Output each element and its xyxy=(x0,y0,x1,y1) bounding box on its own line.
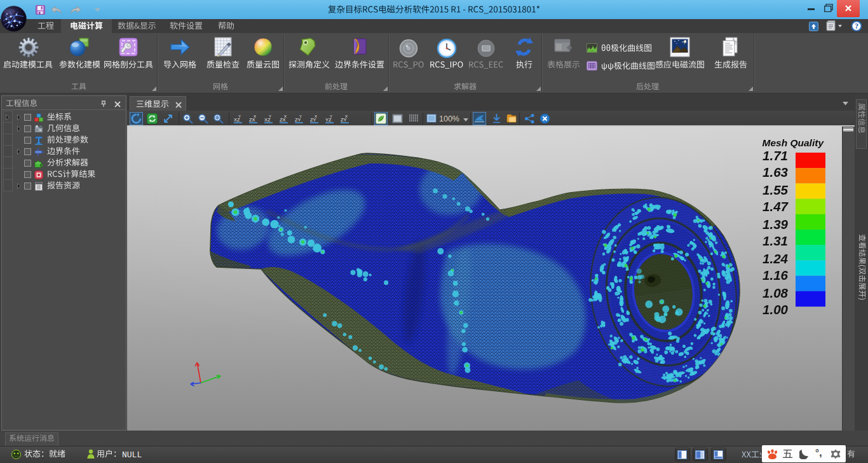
svg-text:Y: Y xyxy=(299,114,302,118)
svg-text:X: X xyxy=(345,114,348,118)
svg-text:1.08: 1.08 xyxy=(763,286,788,300)
svg-text:1.31: 1.31 xyxy=(763,233,788,248)
svg-text:Y: Y xyxy=(238,114,241,118)
svg-text:1.71: 1.71 xyxy=(763,148,788,163)
svg-text:X: X xyxy=(254,114,256,118)
svg-text:1.55: 1.55 xyxy=(763,183,788,197)
svg-text:X: X xyxy=(315,114,317,118)
svg-text:Y: Y xyxy=(269,114,271,118)
svg-text:1.63: 1.63 xyxy=(763,165,788,179)
svg-text:1.24: 1.24 xyxy=(763,251,788,266)
svg-text:1.39: 1.39 xyxy=(763,217,788,232)
svg-text:X: X xyxy=(284,114,287,118)
svg-text:1.00: 1.00 xyxy=(763,302,788,317)
svg-text:Y: Y xyxy=(330,114,332,118)
svg-text:1.47: 1.47 xyxy=(763,199,789,214)
svg-text:?: ? xyxy=(855,22,858,30)
svg-text:Mesh Quality: Mesh Quality xyxy=(763,137,825,148)
svg-text:1.16: 1.16 xyxy=(763,268,788,282)
